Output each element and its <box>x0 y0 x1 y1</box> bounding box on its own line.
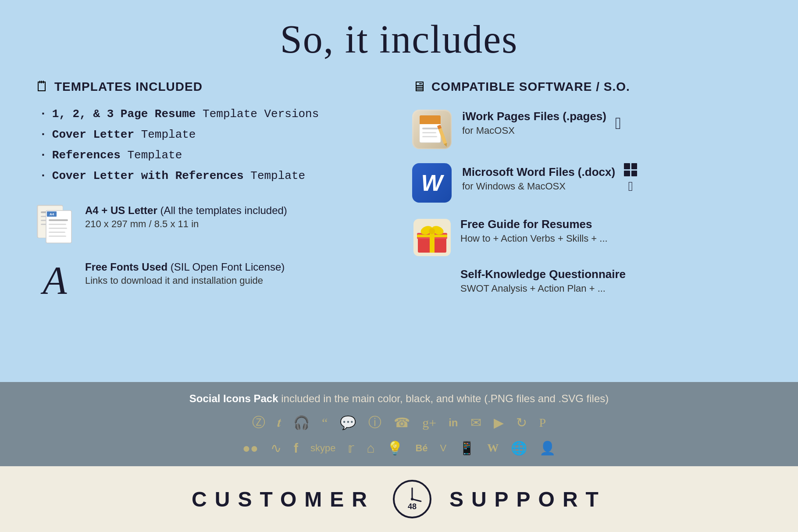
svg-rect-13 <box>49 236 66 237</box>
globe-icon: 🌐 <box>511 440 527 456</box>
svg-rect-9 <box>49 219 68 221</box>
banner-bold: Social Icons Pack <box>189 393 278 404</box>
youtube-icon: ▶ <box>494 415 504 430</box>
wordpress-icon: W <box>487 442 499 455</box>
banner-normal: included in the main color, black, and w… <box>278 393 609 404</box>
banner-text: Social Icons Pack included in the main c… <box>189 393 609 405</box>
template-item-normal: Template <box>134 128 196 141</box>
word-text-wrapper: Microsoft Word Files (.docx) for Windows… <box>462 163 637 194</box>
free-guide-text: Free Guide for Resumes How to + Action V… <box>460 218 608 244</box>
bullet: · <box>39 107 47 121</box>
windows-icon <box>624 163 637 176</box>
templates-section-header: 🗒 TEMPLATES INCLUDED <box>35 79 386 95</box>
svg-point-31 <box>429 228 435 234</box>
svg-rect-20 <box>422 136 437 137</box>
refresh-icon: ↻ <box>516 415 527 430</box>
software-section-header: 🖥 COMPATIBLE SOFTWARE / S.O. <box>412 79 763 95</box>
document-icon: A4 <box>36 204 74 246</box>
template-item-bold: 1, 2, & 3 Page Resume <box>52 107 196 121</box>
quote-icon: “ <box>322 415 328 430</box>
software-label: COMPATIBLE SOFTWARE / S.O. <box>431 80 630 94</box>
iwork-desc: for MacOSX <box>462 125 606 136</box>
svg-rect-12 <box>49 232 65 233</box>
template-item-bold: References <box>52 149 121 162</box>
templates-icon: 🗒 <box>35 79 49 95</box>
content-area: 🗒 TEMPLATES INCLUDED · 1, 2, & 3 Page Re… <box>0 74 798 382</box>
twitter-icon: 𝕣 <box>348 440 354 456</box>
word-text: Microsoft Word Files (.docx) for Windows… <box>462 165 615 192</box>
bullet: · <box>39 169 47 182</box>
iwork-title: iWork Pages Files (.pages) <box>462 110 606 123</box>
iwork-icon-area <box>412 110 452 149</box>
iwork-text-wrapper: iWork Pages Files (.pages) for MacOSX  <box>462 110 621 136</box>
extras-row: Free Guide for Resumes How to + Action V… <box>412 213 763 257</box>
gift-icon-area <box>412 218 452 257</box>
clock-badge: 48 <box>392 479 432 519</box>
footer: CUSTOMER 48 SUPPORT <box>0 466 798 532</box>
iwork-text: iWork Pages Files (.pages) for MacOSX <box>462 110 606 136</box>
free-guide-title: Free Guide for Resumes <box>460 218 608 231</box>
word-app-icon: W <box>412 163 452 203</box>
footer-support: SUPPORT <box>449 487 606 511</box>
software-item-iwork: iWork Pages Files (.pages) for MacOSX  <box>412 106 763 153</box>
whatsapp-icon: 📱 <box>459 440 475 456</box>
footer-customer: CUSTOMER <box>192 487 375 511</box>
feature-a4-desc: 210 x 297 mm / 8.5 x 11 in <box>85 218 287 230</box>
left-column: 🗒 TEMPLATES INCLUDED · 1, 2, & 3 Page Re… <box>35 79 386 369</box>
gift-icon <box>413 219 451 256</box>
self-knowledge-item: Self-Knowledge Questionnaire SWOT Analys… <box>412 264 763 298</box>
free-guide-desc: How to + Action Verbs + Skills + ... <box>460 233 608 244</box>
template-item-normal: Template <box>121 149 182 162</box>
user-icon: 👤 <box>539 440 556 456</box>
facebook-icon: f <box>294 441 298 456</box>
phone-icon: ☎ <box>394 415 410 430</box>
list-item: · Cover Letter with References Template <box>39 165 386 186</box>
tumblr-icon: 𝒕 <box>278 415 281 430</box>
feature-fonts: A Free Fonts Used (SIL Open Font License… <box>35 256 386 306</box>
podcast-icon: 🎧 <box>293 415 310 430</box>
templates-label: TEMPLATES INCLUDED <box>54 80 203 94</box>
header: So, it includes <box>0 0 798 74</box>
main-container: So, it includes 🗒 TEMPLATES INCLUDED · 1… <box>0 0 798 532</box>
self-knowledge-desc: SWOT Analysis + Action Plan + ... <box>460 283 763 294</box>
behance-icon: Bé <box>415 443 428 454</box>
font-letter-icon: A <box>43 261 67 300</box>
svg-text:48: 48 <box>408 502 417 511</box>
word-desc: for Windows & MacOSX <box>462 181 615 192</box>
os-icons:  <box>624 163 637 194</box>
svg-rect-18 <box>422 128 438 129</box>
free-guide-item: Free Guide for Resumes How to + Action V… <box>412 218 763 257</box>
list-item: · Cover Letter Template <box>39 124 386 145</box>
home-icon: ⌂ <box>367 441 374 456</box>
self-knowledge-title: Self-Knowledge Questionnaire <box>460 268 763 281</box>
list-item: · 1, 2, & 3 Page Resume Template Version… <box>39 104 386 124</box>
social-icons-row1: Ⓩ 𝒕 🎧 “ 💬 ⓘ ☎ g+ in ✉ ▶ ↻ P <box>252 414 546 432</box>
svg-text:A4: A4 <box>49 212 54 216</box>
linkedin-icon: in <box>449 417 458 429</box>
a4-icon-area: A4 <box>35 204 75 246</box>
svg-line-34 <box>412 499 421 501</box>
chat-icon: 💬 <box>340 415 356 430</box>
pinterest-icon: P <box>539 416 546 430</box>
software-item-word: W Microsoft Word Files (.docx) for Windo… <box>412 160 763 206</box>
word-icon-area: W <box>412 163 452 203</box>
apple-icon-word:  <box>628 179 633 194</box>
gplus-icon: g+ <box>422 415 436 430</box>
svg-rect-19 <box>422 132 436 133</box>
svg-rect-11 <box>49 228 67 229</box>
bullet: · <box>39 128 47 141</box>
page-title: So, it includes <box>9 18 789 61</box>
skype-icon: skype <box>310 443 335 454</box>
word-letter: W <box>421 170 442 196</box>
feature-fonts-desc: Links to download it and installation gu… <box>85 275 285 286</box>
flickr-icon: ●● <box>242 441 258 456</box>
gray-banner: Social Icons Pack included in the main c… <box>0 382 798 466</box>
feature-a4: A4 A4 + US Letter (All the templates inc… <box>35 199 386 251</box>
social-icons-row2: ●● ∿ f skype 𝕣 ⌂ 💡 Bé V 📱 W 🌐 👤 <box>242 440 556 456</box>
email-icon: ✉ <box>470 415 481 430</box>
vine-icon: V <box>440 443 447 454</box>
svg-rect-17 <box>420 121 441 124</box>
template-item-normal: Template <box>244 169 305 182</box>
rss-icon: ∿ <box>271 440 281 456</box>
feature-a4-text: A4 + US Letter (All the templates includ… <box>85 204 287 230</box>
